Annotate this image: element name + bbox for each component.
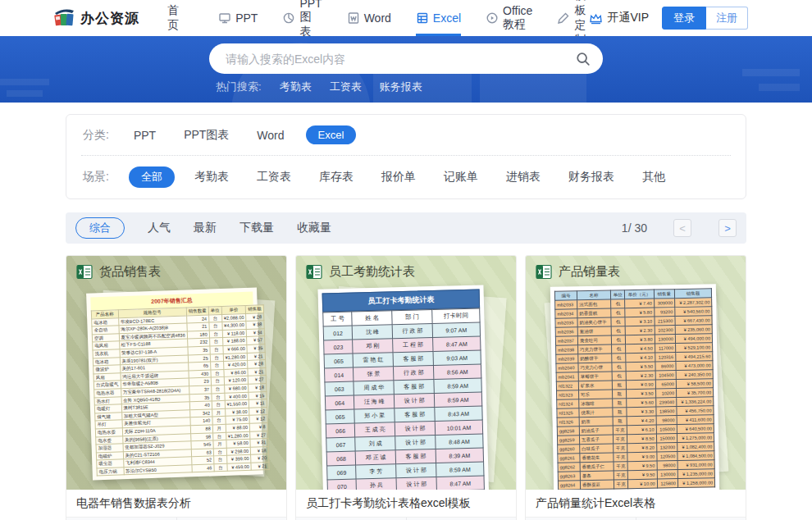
template-card-grid: 货品销售表 2007年销售汇总 产品名称规格型号销售数量单位单价销售额 电冰箱华…: [66, 255, 746, 520]
sort-item[interactable]: 人气: [148, 221, 171, 235]
main-nav: 首页 PPT PPT图表 Word: [167, 0, 589, 36]
scene-filter-row: 场景: 全部 考勤表工资表库存表报价单记账单进销表财务报表其他: [66, 156, 746, 198]
pen-icon: [557, 11, 570, 25]
spreadsheet-thumbnail: 员工打卡考勤统计表 工 号姓 名部 门打卡时间 012沈 峰行 政 部9:07 …: [317, 285, 489, 490]
filter-panel: 分类: PPTPPT图表Word Excel 场景: 全部 考勤表工资表库存表报…: [66, 114, 746, 199]
pie-chart-icon: [282, 11, 295, 25]
nav-item-template-custom[interactable]: 模板定制: [557, 0, 589, 36]
hot-search-item[interactable]: 考勤表: [280, 80, 312, 94]
excel-file-icon: [76, 264, 93, 280]
column-header: 销售量: [654, 290, 674, 299]
column-header: 单位: [610, 290, 625, 299]
hot-search-label: 热门搜索:: [216, 80, 262, 94]
search-icon[interactable]: [575, 51, 591, 67]
category-label: 分类:: [83, 128, 109, 143]
card-preview: 货品销售表 2007年销售汇总 产品名称规格型号销售数量单位单价销售额 电冰箱华…: [66, 256, 286, 490]
scene-item[interactable]: 记账单: [444, 170, 478, 185]
category-item[interactable]: PPT图表: [184, 128, 229, 143]
column-header: 名称: [577, 290, 610, 300]
scene-item[interactable]: 工资表: [257, 170, 291, 185]
category-item[interactable]: PPT: [134, 129, 156, 142]
excel-grid-icon: [416, 11, 429, 25]
mini-table-body: 电冰箱华凌BCD-178EC24 台¥2,088.00¥ 28 全自动海尔XP-…: [92, 312, 269, 476]
mini-table-body: 012沈 峰行 政 部9:07 AM 023邓 刚工 程 部8:47 AM 06…: [323, 322, 485, 490]
page-indicator: 1/ 30: [622, 221, 647, 235]
top-navbar: 办公资源 首页 PPT PPT图表: [0, 0, 812, 36]
column-header: 单价（元）: [625, 290, 654, 299]
next-page-button[interactable]: >: [718, 219, 737, 237]
scene-item[interactable]: 考勤表: [194, 170, 229, 185]
template-card[interactable]: 员工考勤统计表 员工打卡考勤统计表 工 号姓 名部 门打卡时间 012沈 峰行 …: [295, 255, 517, 520]
auth-buttons: 登录 注册: [662, 7, 748, 30]
column-header: 姓 名: [352, 311, 392, 326]
card-preview: 员工考勤统计表 员工打卡考勤统计表 工 号姓 名部 门打卡时间 012沈 峰行 …: [296, 256, 516, 490]
template-card[interactable]: 产品销量表 编号名称单位单价（元）销售量销售额 mb2033法式面包包 ¥ 7.…: [525, 255, 746, 520]
spreadsheet-thumbnail: 2007年销售汇总 产品名称规格型号销售数量单位单价销售额 电冰箱华凌BCD-1…: [86, 287, 263, 481]
spreadsheet-thumbnail: 编号名称单位单价（元）销售量销售额 mb2033法式面包包 ¥ 7.403090…: [550, 284, 719, 490]
card-stats: 164 101: [296, 517, 516, 520]
open-vip-link[interactable]: 开通VIP: [589, 11, 649, 25]
hot-search-list: 考勤表工资表账务报表: [280, 80, 422, 94]
mini-table-body: mb2033法式面包包 ¥ 7.40309000¥ 2,287,302.00 m…: [555, 298, 715, 490]
scene-item[interactable]: 库存表: [319, 170, 354, 185]
column-header: 编号: [554, 291, 577, 300]
sort-item[interactable]: 最新: [194, 221, 217, 235]
sort-item[interactable]: 下载量: [239, 221, 274, 235]
category-item[interactable]: Word: [257, 129, 284, 142]
nav-item-office-tutorials[interactable]: Office教程: [486, 0, 532, 36]
ppt-monitor-icon: [218, 11, 231, 25]
nav-item-word[interactable]: Word: [347, 0, 391, 36]
sort-item[interactable]: 收藏量: [297, 221, 331, 235]
nav-item-ppt-charts[interactable]: PPT图表: [282, 0, 322, 36]
logo[interactable]: 办公资源: [52, 7, 139, 29]
excel-file-icon: [536, 264, 552, 280]
hot-search-item[interactable]: 账务报表: [380, 80, 422, 94]
play-circle-icon: [486, 11, 499, 25]
login-button[interactable]: 登录: [662, 7, 706, 30]
hero-banner: 热门搜索: 考勤表工资表账务报表: [0, 36, 812, 103]
table-row: gg8264香酥蚕豆千克 ¥ 10.00125800¥ 1,258,000.00: [558, 478, 714, 490]
preview-title: 货品销售表: [99, 264, 161, 280]
scene-label: 场景:: [83, 170, 109, 185]
scene-item[interactable]: 财务报表: [568, 170, 614, 185]
sort-bar: 综合 人气最新下载量收藏量 1/ 30 < >: [66, 212, 746, 244]
hot-search-item[interactable]: 工资表: [330, 80, 362, 94]
column-header: 打卡时间: [432, 308, 480, 324]
nav-item-ppt[interactable]: PPT: [218, 0, 258, 36]
category-filter-row: 分类: PPTPPT图表Word Excel: [66, 115, 746, 155]
preview-title: 员工考勤统计表: [329, 264, 415, 280]
logo-text: 办公资源: [80, 9, 139, 28]
card-title[interactable]: 产品销量统计Excel表格: [526, 490, 746, 517]
card-preview: 产品销量表 编号名称单位单价（元）销售量销售额 mb2033法式面包包 ¥ 7.…: [526, 256, 746, 490]
scene-item[interactable]: 报价单: [381, 170, 416, 185]
column-header: 单位: [208, 306, 221, 314]
top-right-actions: 开通VIP 登录 注册: [589, 7, 748, 30]
template-card[interactable]: 货品销售表 2007年销售汇总 产品名称规格型号销售数量单位单价销售额 电冰箱华…: [66, 255, 287, 520]
crown-icon: [589, 12, 603, 25]
scene-item[interactable]: 其他: [642, 170, 665, 185]
register-button[interactable]: 注册: [706, 7, 748, 30]
prev-page-button[interactable]: <: [673, 219, 691, 237]
search-bar: [209, 43, 603, 74]
card-stats: 181 166: [526, 517, 746, 520]
logo-icon: [52, 7, 75, 29]
preview-title: 产品销量表: [559, 264, 620, 280]
card-stats: 130 108: [66, 517, 286, 520]
card-title[interactable]: 电器年销售数据表分析: [66, 490, 286, 517]
category-item-active[interactable]: Excel: [306, 125, 357, 144]
nav-item-excel[interactable]: Excel: [416, 0, 461, 36]
search-input[interactable]: [226, 52, 575, 66]
column-header: 部 门: [392, 310, 432, 325]
hot-search-row: 热门搜索: 考勤表工资表账务报表: [209, 80, 603, 94]
nav-item-home[interactable]: 首页: [167, 0, 179, 36]
excel-file-icon: [306, 264, 322, 280]
column-header: 销售额: [674, 289, 711, 299]
card-title[interactable]: 员工打卡考勤统计表格excel模板: [296, 490, 516, 517]
scene-item-active[interactable]: 全部: [129, 166, 175, 188]
scene-item[interactable]: 进销表: [506, 170, 541, 185]
column-header: 工 号: [323, 312, 353, 326]
sort-item-active[interactable]: 综合: [75, 217, 125, 239]
word-doc-icon: [347, 11, 360, 25]
